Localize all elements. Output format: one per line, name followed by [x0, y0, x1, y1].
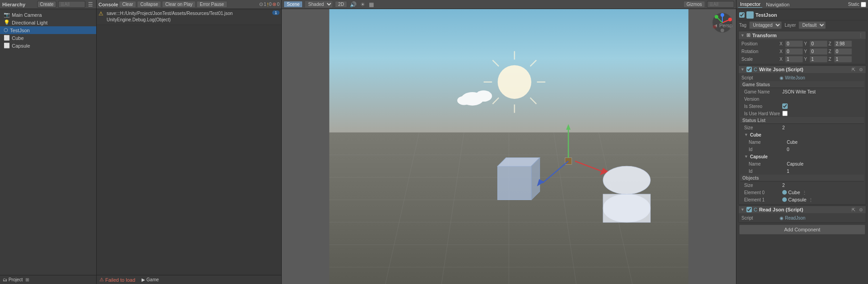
transform-menu-button[interactable]: ⋮: [858, 33, 864, 38]
inspector-tab-button[interactable]: Inspector: [738, 1, 762, 8]
write-json-menu-button[interactable]: ⚙: [858, 67, 864, 72]
read-json-menu-button[interactable]: ⚙: [858, 207, 864, 212]
rotation-row: Rotation X Y Z: [740, 48, 864, 55]
capsule-label: Capsule: [12, 43, 30, 49]
read-json-open-button[interactable]: ⇱: [851, 207, 856, 212]
expand-icon[interactable]: ⊞: [25, 277, 29, 282]
hierarchy-item-testjson[interactable]: ⬡ TestJson: [0, 26, 96, 34]
x-label: X: [780, 41, 784, 46]
scene-tab-button[interactable]: Scene: [284, 1, 303, 8]
failed-status: ⚠ Failed to load: [99, 277, 135, 283]
console-entry[interactable]: ⚠ save:::H:/Unity/Project/JsonTest/Asset…: [97, 9, 281, 25]
fx-icon[interactable]: ▦: [368, 1, 375, 8]
z-label: Z: [829, 41, 833, 46]
rotation-x-input[interactable]: [785, 48, 803, 55]
hierarchy-item-main-camera[interactable]: 📷 Main Camera: [0, 11, 96, 19]
inspector-tabs: Inspector Navigation: [738, 1, 791, 8]
transform-header[interactable]: ▼ ⊞ Transform ⋮: [739, 31, 866, 39]
scale-label: Scale: [741, 57, 778, 62]
console-empty-area: [97, 25, 281, 275]
hierarchy-search[interactable]: [58, 1, 85, 8]
scale-z-input[interactable]: [834, 56, 852, 63]
svg-point-41: [721, 13, 724, 17]
rot-x-label: X: [780, 49, 784, 54]
position-row: Position X Y Z: [740, 40, 864, 48]
rot-z-group: Z: [829, 48, 852, 55]
console-icon-group: ⊙ 1 ! 0 ⊗ 0: [259, 1, 280, 7]
shading-select[interactable]: Shaded: [304, 0, 333, 8]
svg-point-14: [498, 65, 531, 99]
hierarchy-controls: Create ☰: [37, 1, 94, 8]
static-checkbox[interactable]: [861, 2, 866, 7]
game-name-value: JSON Write Test: [782, 89, 863, 94]
cube-id-label: Id: [749, 147, 785, 152]
hierarchy-header: Hierarchy Create ☰: [0, 0, 96, 9]
capsule-id-label: Id: [749, 169, 785, 174]
write-json-title: Write Json (Script): [759, 67, 849, 72]
element0-value-row: Cube ⋮: [782, 190, 808, 195]
rot-y-group: Y: [804, 48, 828, 55]
capsule-subsection-label: Capsule: [750, 154, 863, 159]
hierarchy-item-cube[interactable]: ⬜ Cube: [0, 34, 96, 42]
sound-icon[interactable]: 🔊: [349, 1, 358, 8]
write-json-header[interactable]: ▼ C Write Json (Script) ⇱ ⚙: [739, 66, 866, 73]
element1-label: Element 1: [744, 197, 780, 202]
read-json-icon: C: [754, 207, 757, 212]
scale-y-input[interactable]: [809, 56, 828, 63]
cube-id-value: 0: [787, 147, 863, 152]
gizmos-button[interactable]: Gizmos: [683, 1, 705, 8]
element0-dots-button[interactable]: ⋮: [801, 190, 808, 195]
clear-button[interactable]: Clear: [119, 1, 136, 8]
camera-icon: 📷: [4, 12, 10, 18]
position-x-input[interactable]: [785, 40, 803, 47]
position-y-input[interactable]: [809, 40, 828, 47]
rotation-z-input[interactable]: [834, 48, 852, 55]
hierarchy-panel: Hierarchy Create ☰ 📷 Main Camera 💡 Direc…: [0, 0, 97, 284]
script-label: Script: [741, 75, 778, 80]
scale-z-label: Z: [829, 57, 833, 62]
hierarchy-menu-icon[interactable]: ☰: [87, 1, 94, 8]
scene-viewport[interactable]: ◄ Persp: [282, 9, 736, 284]
2d-button[interactable]: 2D: [335, 1, 347, 8]
element0-icon: [782, 190, 787, 195]
add-component-button[interactable]: Add Component: [739, 225, 865, 235]
capsule-name-row: Name Capsule: [748, 160, 864, 167]
cube-label: Cube: [12, 35, 24, 41]
scene-search[interactable]: [707, 1, 734, 8]
rotation-y-input[interactable]: [809, 48, 828, 55]
hierarchy-item-directional-light[interactable]: 💡 Directional Light: [0, 19, 96, 26]
element1-dots-button[interactable]: ⋮: [808, 197, 814, 202]
lighting-icon[interactable]: ☀: [359, 1, 366, 8]
write-json-enable-checkbox[interactable]: [746, 67, 752, 72]
scene-panel: Scene Shaded 2D 🔊 ☀ ▦ Gizmos: [282, 0, 736, 284]
navigation-tab-button[interactable]: Navigation: [764, 1, 791, 8]
project-tab[interactable]: 🗂 Project: [3, 277, 23, 282]
hierarchy-item-capsule[interactable]: ⬜ Capsule: [0, 42, 96, 49]
object-header: TestJson: [737, 10, 867, 20]
error-icon: ⊗: [272, 1, 276, 7]
clear-on-play-button[interactable]: Clear on Play: [162, 1, 196, 8]
error-pause-button[interactable]: Error Pause: [196, 1, 227, 8]
is-use-hard-ware-checkbox[interactable]: [782, 111, 788, 116]
position-z-input[interactable]: [834, 40, 852, 47]
script-value: ◉ WriteJson: [780, 75, 805, 80]
collapse-button[interactable]: Collapse: [137, 1, 161, 8]
is-stereo-checkbox[interactable]: [782, 103, 788, 109]
cube-subsection-header[interactable]: ▼ Cube: [740, 131, 864, 138]
create-button[interactable]: Create: [37, 1, 56, 8]
game-tab[interactable]: ▶ Game: [142, 277, 159, 282]
read-json-header[interactable]: ▼ C Read Json (Script) ⇱ ⚙: [739, 206, 866, 213]
write-json-icon: C: [754, 67, 757, 72]
objects-section: Objects: [740, 175, 864, 181]
warn-icon: !: [267, 2, 269, 7]
layer-select[interactable]: Default: [799, 21, 826, 29]
write-json-open-button[interactable]: ⇱: [851, 67, 856, 72]
tag-select[interactable]: Untagged: [749, 21, 782, 29]
scale-x-input[interactable]: [785, 56, 803, 63]
entry-text: save:::H:/Unity/Project/JsonTest/Assets/…: [107, 10, 270, 23]
capsule-subsection-header[interactable]: ▼ Capsule: [740, 153, 864, 160]
capsule-sub-arrow: ▼: [744, 154, 748, 159]
read-json-enable-checkbox[interactable]: [746, 207, 752, 212]
object-active-checkbox[interactable]: [739, 12, 745, 18]
position-y-group: Y: [804, 40, 828, 47]
